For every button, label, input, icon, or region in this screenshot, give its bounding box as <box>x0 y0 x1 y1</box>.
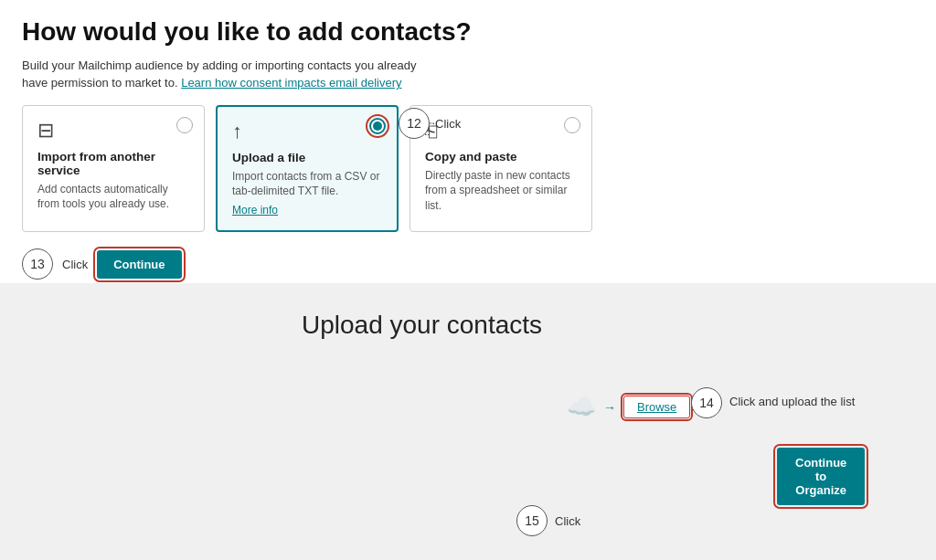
step13-circle: 13 <box>22 248 53 280</box>
card-import-service[interactable]: ⊟ Import from another service Add contac… <box>22 105 205 233</box>
copy-paste-desc: Directly paste in new contacts from a sp… <box>425 168 577 214</box>
subtitle-text1: Build your Mailchimp audience by adding … <box>22 58 416 72</box>
radio-upload-file[interactable] <box>369 118 386 134</box>
continue-button[interactable]: Continue <box>97 250 181 279</box>
step13-label: Click <box>62 258 88 271</box>
arrow-icon: → <box>603 400 616 415</box>
subtitle: Build your Mailchimp audience by adding … <box>22 57 914 92</box>
upload-file-icon: ↑ <box>232 120 382 143</box>
browse-area: ☁️ → Browse <box>567 393 690 421</box>
upload-section-title: Upload your contacts <box>302 311 542 340</box>
step14-area: 14 Click and upload the list <box>691 387 855 418</box>
consent-link[interactable]: Learn how consent impacts email delivery <box>181 76 401 90</box>
browse-button[interactable]: Browse <box>623 396 690 418</box>
copy-paste-title: Copy and paste <box>425 150 577 164</box>
main-container: How would you like to add contacts? Buil… <box>0 0 936 289</box>
radio-copy-paste[interactable] <box>564 117 580 133</box>
upload-file-title: Upload a file <box>232 151 382 164</box>
more-info-link[interactable]: More info <box>232 204 278 217</box>
import-service-title: Import from another service <box>37 150 189 177</box>
cloud-upload-icon: ☁️ <box>567 393 596 421</box>
import-service-icon: ⊟ <box>37 119 189 143</box>
cards-row: ⊟ Import from another service Add contac… <box>22 105 914 233</box>
import-service-desc: Add contacts automatically from tools yo… <box>37 182 189 213</box>
step15-area: 15 Click <box>516 505 580 536</box>
card-upload-file[interactable]: ↑ Upload a file Import contacts from a C… <box>216 105 399 233</box>
subtitle-text2: have permission to market to. <box>22 76 178 90</box>
page-title: How would you like to add contacts? <box>22 16 914 48</box>
step14-circle: 14 <box>691 387 722 418</box>
upload-file-desc: Import contacts from a CSV or tab-delimi… <box>232 169 382 200</box>
step12-label: Click <box>435 117 461 131</box>
step12-circle: 12 <box>399 108 430 139</box>
continue-organize-button[interactable]: Continue to Organize <box>777 448 865 505</box>
radio-import-service[interactable] <box>176 117 193 133</box>
step14-label: Click and upload the list <box>729 395 855 408</box>
step12-area: 12 Click <box>399 108 461 139</box>
step15-label: Click <box>555 514 580 528</box>
step15-circle: 15 <box>516 505 548 536</box>
